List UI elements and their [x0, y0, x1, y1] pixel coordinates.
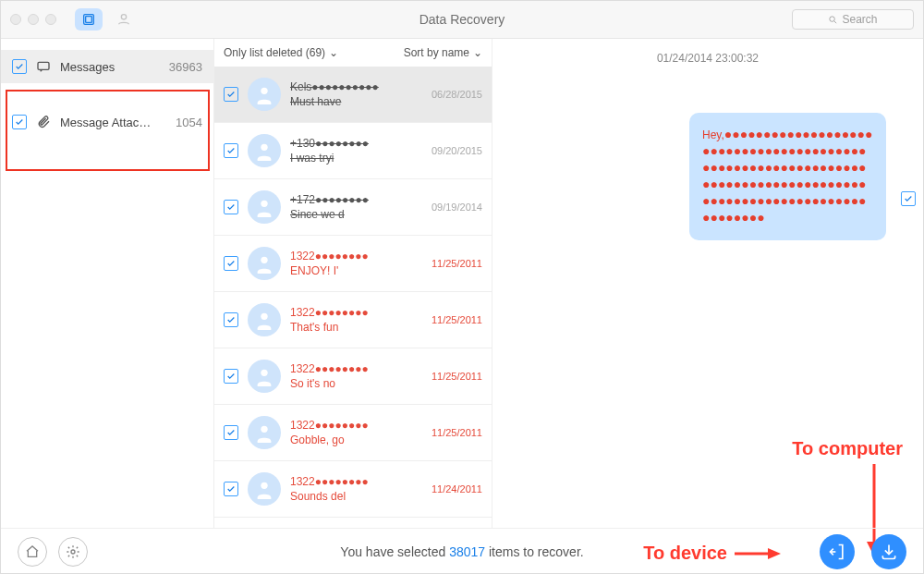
checkbox-icon[interactable]: [224, 425, 238, 440]
svg-point-2: [121, 15, 126, 19]
row-date: 11/25/2011: [418, 427, 482, 438]
svg-point-13: [261, 482, 267, 489]
svg-point-6: [261, 88, 267, 94]
browse-mode-button[interactable]: [75, 8, 103, 31]
row-title: 1322●●●●●●●●: [290, 250, 408, 263]
home-button[interactable]: [18, 537, 47, 567]
row-title: 1322●●●●●●●●: [290, 362, 408, 375]
row-subtitle: I was tryi: [290, 152, 408, 165]
sidebar: Messages 36963 Message Attac… 1054: [1, 39, 214, 528]
row-subtitle: Sounds del: [290, 490, 408, 503]
row-date: 11/24/2011: [418, 483, 482, 495]
search-placeholder: Search: [842, 13, 877, 26]
row-date: 11/25/2011: [418, 371, 482, 382]
recover-to-computer-button[interactable]: [871, 534, 906, 569]
avatar: [248, 360, 281, 393]
message-bubble: Hey,●●●●●●●●●●●●●●●●●●●●●●●●●●●●●●●●●●●●…: [689, 113, 886, 240]
checkbox-icon[interactable]: [12, 59, 27, 74]
avatar: [248, 134, 281, 167]
row-title: +172●●●●●●●●: [290, 193, 408, 206]
window-title: Data Recovery: [1, 12, 923, 27]
chevron-down-icon: ⌄: [329, 46, 338, 59]
svg-rect-1: [86, 17, 92, 23]
annotation-arrow-right: [735, 544, 781, 563]
close-window[interactable]: [10, 14, 21, 25]
list-item[interactable]: +172●●●●●●●●Since we d09/19/2014: [214, 179, 492, 236]
window-controls: [10, 14, 56, 25]
message-list-panel: Only list deleted (69)⌄ Sort by name⌄ Ke…: [214, 39, 492, 528]
conversation-panel: 01/24/2014 23:00:32 Hey,●●●●●●●●●●●●●●●●…: [492, 39, 923, 528]
messages-icon: [36, 59, 51, 74]
filter-deleted-dropdown[interactable]: Only list deleted (69)⌄: [224, 46, 338, 59]
sidebar-item-messages[interactable]: Messages 36963: [1, 50, 213, 83]
list-item[interactable]: 1322●●●●●●●●Sounds del11/24/2011: [214, 461, 492, 518]
avatar: [248, 78, 281, 111]
svg-point-9: [261, 257, 267, 263]
annotation-highlight-box: [6, 90, 210, 171]
bubble-redacted-text: ●●●●●●●●●●●●●●●●●●●●●●●●●●●●●●●●●●●●●●●●…: [702, 127, 872, 225]
avatar: [248, 472, 281, 506]
checkbox-icon[interactable]: [224, 312, 238, 327]
row-title: Kels●●●●●●●●●●: [290, 80, 408, 93]
row-subtitle: That's fun: [290, 321, 408, 334]
message-list[interactable]: Kels●●●●●●●●●●Must have06/28/2015+130●●●…: [214, 67, 492, 528]
svg-point-10: [261, 313, 267, 320]
checkbox-icon[interactable]: [224, 200, 238, 214]
titlebar: Data Recovery Search: [1, 1, 923, 39]
svg-line-4: [834, 20, 836, 22]
conversation-timestamp: 01/24/2014 23:00:32: [492, 52, 923, 65]
checkbox-icon[interactable]: [224, 256, 238, 271]
list-item[interactable]: 1322●●●●●●●●So it's no11/25/2011: [214, 348, 492, 405]
row-title: 1322●●●●●●●●: [290, 306, 408, 319]
list-item[interactable]: +130●●●●●●●●I was tryi09/20/2015: [214, 123, 492, 179]
checkbox-icon[interactable]: [224, 143, 238, 158]
row-subtitle: Since we d: [290, 208, 408, 221]
sidebar-item-count: 36963: [169, 60, 202, 74]
row-date: 11/25/2011: [418, 258, 482, 269]
checkbox-icon[interactable]: [224, 482, 238, 496]
svg-point-12: [261, 426, 267, 433]
list-item[interactable]: 1322●●●●●●●●ENJOY! I'11/25/2011: [214, 236, 492, 292]
list-item[interactable]: 1322●●●●●●●●Gobble, go11/25/2011: [214, 405, 492, 461]
avatar: [248, 247, 281, 280]
annotation-to-device: To device: [643, 543, 781, 564]
svg-point-8: [261, 201, 267, 207]
avatar: [248, 303, 281, 336]
user-mode-button[interactable]: [110, 8, 138, 31]
row-subtitle: Must have: [290, 95, 408, 108]
avatar: [248, 416, 281, 449]
svg-point-3: [830, 16, 835, 21]
list-item[interactable]: Kels●●●●●●●●●●Must have06/28/2015: [214, 67, 492, 123]
message-checkbox[interactable]: [901, 191, 916, 206]
minimize-window[interactable]: [28, 14, 39, 25]
svg-point-7: [261, 144, 267, 151]
selection-status: You have selected 38017 items to recover…: [1, 544, 923, 559]
row-title: 1322●●●●●●●●: [290, 475, 408, 488]
avatar: [248, 190, 281, 224]
svg-point-16: [71, 550, 75, 554]
list-item[interactable]: 1322●●●●●●●●That's fun11/25/2011: [214, 292, 492, 348]
search-icon: [828, 15, 838, 25]
svg-marker-18: [768, 548, 781, 559]
row-date: 09/19/2014: [418, 202, 482, 213]
row-date: 11/25/2011: [418, 314, 482, 325]
row-title: +130●●●●●●●●: [290, 137, 408, 150]
checkbox-icon[interactable]: [224, 369, 238, 384]
footer: You have selected 38017 items to recover…: [1, 528, 923, 574]
recover-to-device-button[interactable]: [820, 534, 855, 569]
search-input[interactable]: Search: [792, 9, 914, 30]
sort-dropdown[interactable]: Sort by name⌄: [404, 46, 482, 59]
sidebar-item-label: Messages: [60, 60, 160, 74]
svg-point-11: [261, 370, 267, 376]
row-date: 09/20/2015: [418, 145, 482, 156]
row-date: 06/28/2015: [418, 89, 482, 100]
zoom-window[interactable]: [45, 14, 56, 25]
settings-button[interactable]: [58, 537, 88, 567]
checkbox-icon[interactable]: [224, 87, 238, 102]
row-subtitle: ENJOY! I': [290, 264, 408, 277]
row-subtitle: So it's no: [290, 377, 408, 390]
row-title: 1322●●●●●●●●: [290, 419, 408, 432]
annotation-to-computer: To computer: [792, 438, 903, 459]
chevron-down-icon: ⌄: [473, 46, 482, 59]
row-subtitle: Gobble, go: [290, 434, 408, 446]
